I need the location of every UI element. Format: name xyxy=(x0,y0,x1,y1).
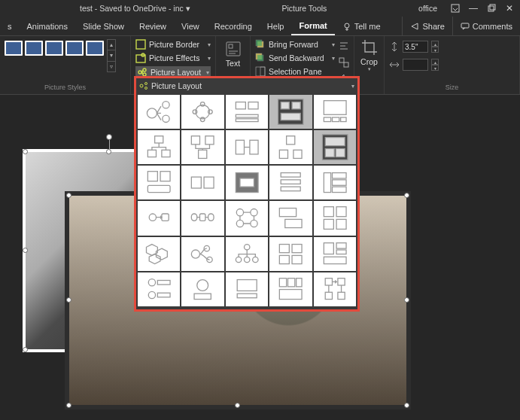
picture-layout-option[interactable] xyxy=(269,272,312,306)
picture-border-button[interactable]: Picture Border ▾ xyxy=(135,39,211,50)
svg-rect-53 xyxy=(280,150,288,158)
picture-layout-option[interactable] xyxy=(269,237,312,271)
picture-layout-option[interactable] xyxy=(314,201,356,235)
send-backward-button[interactable]: Send Backward ▾ xyxy=(255,53,335,63)
picture-layout-option[interactable] xyxy=(138,272,180,306)
chevron-down-icon[interactable]: ▾ xyxy=(108,50,115,61)
minimize-icon[interactable]: — xyxy=(467,2,479,14)
tab-help[interactable]: Help xyxy=(260,17,292,35)
svg-rect-63 xyxy=(204,177,214,188)
picture-layout-option[interactable] xyxy=(269,95,312,129)
svg-point-110 xyxy=(197,279,208,291)
width-spinner[interactable]: ▴▾ xyxy=(431,59,439,71)
svg-rect-14 xyxy=(256,40,262,46)
svg-rect-73 xyxy=(149,214,156,221)
tell-me-label: Tell me xyxy=(354,22,381,31)
height-input[interactable] xyxy=(403,41,428,53)
svg-point-26 xyxy=(163,115,169,122)
picture-style-thumb[interactable] xyxy=(5,41,23,56)
picture-style-thumb[interactable] xyxy=(25,41,43,56)
picture-layout-option[interactable] xyxy=(226,130,268,164)
bring-forward-button[interactable]: Bring Forward ▾ xyxy=(255,39,335,50)
picture-layout-option[interactable] xyxy=(181,201,224,235)
svg-rect-59 xyxy=(147,172,157,181)
picture-layout-option[interactable] xyxy=(314,166,356,199)
picture-style-thumb[interactable] xyxy=(86,41,104,56)
picture-layout-option[interactable] xyxy=(314,130,356,164)
selection-pane-label: Selection Pane xyxy=(269,67,322,76)
picture-layout-dropdown: Picture Layout ▾ xyxy=(134,76,360,312)
share-button[interactable]: Share xyxy=(402,17,452,35)
gallery-expander[interactable]: ▴ ▾ ▿ xyxy=(107,39,116,72)
picture-layout-option[interactable] xyxy=(269,166,312,199)
picture-layout-option[interactable] xyxy=(269,130,312,164)
picture-layout-option[interactable] xyxy=(226,237,268,271)
restore-icon[interactable] xyxy=(485,2,497,14)
picture-layout-option[interactable] xyxy=(269,201,312,235)
group-icon[interactable] xyxy=(339,57,349,68)
tab-view[interactable]: View xyxy=(174,17,207,35)
title-bar: test - Saved to OneDrive - inc ▾ Picture… xyxy=(0,0,520,17)
picture-layout-option[interactable] xyxy=(138,130,180,164)
picture-styles-gallery[interactable] xyxy=(5,41,104,56)
picture-effects-button[interactable]: Picture Effects ▾ xyxy=(135,53,211,63)
svg-rect-66 xyxy=(281,173,300,178)
crop-button[interactable]: Crop ▾ xyxy=(359,38,379,72)
picture-layout-option[interactable] xyxy=(181,272,224,306)
svg-rect-71 xyxy=(332,180,346,185)
picture-style-thumb[interactable] xyxy=(65,41,84,56)
svg-rect-5 xyxy=(136,40,145,49)
svg-rect-50 xyxy=(236,140,244,154)
picture-layout-option[interactable] xyxy=(138,237,180,271)
svg-rect-20 xyxy=(344,62,348,67)
picture-layout-option[interactable] xyxy=(138,95,180,129)
tab-recording[interactable]: Recording xyxy=(207,17,260,35)
svg-point-22 xyxy=(145,83,147,85)
picture-style-thumb[interactable] xyxy=(45,41,63,56)
alt-text-icon[interactable] xyxy=(225,41,242,57)
width-field[interactable]: ▴▾ xyxy=(389,59,448,71)
picture-layout-option[interactable] xyxy=(314,272,356,306)
svg-rect-67 xyxy=(281,180,300,184)
picture-layout-option[interactable] xyxy=(181,237,224,271)
picture-layout-option[interactable] xyxy=(181,166,224,199)
tell-me-search[interactable]: Tell me xyxy=(335,17,388,35)
picture-layout-option[interactable] xyxy=(226,95,268,129)
svg-rect-74 xyxy=(162,214,169,221)
tab-truncated[interactable]: s xyxy=(0,17,20,35)
close-icon[interactable]: ✕ xyxy=(503,2,515,14)
comments-button[interactable]: Comments xyxy=(452,17,520,35)
alt-text-label[interactable]: Text xyxy=(226,59,240,68)
height-field[interactable]: ▴▾ xyxy=(389,41,448,53)
ribbon-display-options-icon[interactable] xyxy=(449,2,461,14)
picture-layout-option[interactable] xyxy=(226,272,268,306)
picture-layout-option[interactable] xyxy=(226,166,268,199)
picture-layout-option[interactable] xyxy=(314,237,356,271)
align-icon[interactable] xyxy=(339,41,349,51)
width-input[interactable] xyxy=(403,59,428,71)
picture-layout-option[interactable] xyxy=(226,201,268,235)
svg-rect-100 xyxy=(280,255,290,263)
chevron-up-icon[interactable]: ▴ xyxy=(108,40,115,50)
selection-pane-button[interactable]: Selection Pane xyxy=(255,66,335,77)
picture-layout-option[interactable] xyxy=(181,95,224,129)
picture-layout-option[interactable] xyxy=(181,130,224,164)
svg-rect-48 xyxy=(205,136,214,145)
tab-review[interactable]: Review xyxy=(132,17,174,35)
svg-rect-87 xyxy=(336,220,346,230)
svg-rect-117 xyxy=(280,289,303,299)
tab-format[interactable]: Format xyxy=(291,17,334,35)
picture-layout-option[interactable] xyxy=(314,95,356,129)
tab-animations[interactable]: Animations xyxy=(20,17,75,35)
picture-layout-option[interactable] xyxy=(138,166,180,199)
picture-layout-option[interactable] xyxy=(138,201,180,235)
svg-rect-41 xyxy=(324,117,330,122)
chevron-down-icon[interactable]: ▾ xyxy=(368,66,371,72)
svg-rect-68 xyxy=(281,187,300,191)
tab-slide-show[interactable]: Slide Show xyxy=(75,17,132,35)
svg-rect-49 xyxy=(199,150,207,158)
share-icon xyxy=(410,22,419,31)
height-spinner[interactable]: ▴▾ xyxy=(431,41,439,53)
gallery-more-icon[interactable]: ▿ xyxy=(108,62,115,72)
account-label[interactable]: office xyxy=(418,4,437,13)
